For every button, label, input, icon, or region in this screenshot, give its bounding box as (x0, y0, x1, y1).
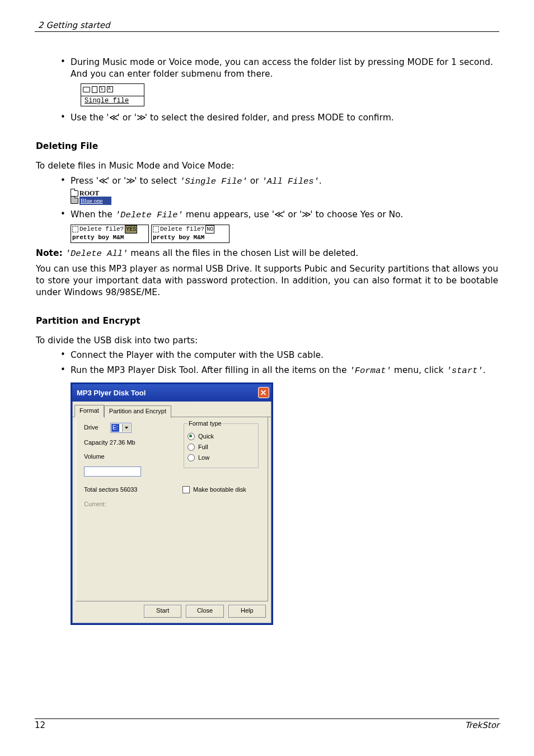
capacity-label: Capacity 27.36 Mb (84, 438, 179, 447)
bootable-checkbox[interactable] (182, 486, 190, 493)
song-name: pretty boy M&M (71, 234, 148, 242)
tab-format[interactable]: Format (74, 405, 104, 417)
volume-input[interactable] (84, 466, 141, 477)
lcd-root-list: ROOT Blue one (71, 190, 133, 204)
delete-prompt-yes: Delete file? YES pretty boy M&M (71, 225, 149, 243)
letter-a-icon (107, 86, 113, 92)
page-footer: 12 TrekStor (35, 718, 499, 730)
help-button[interactable]: Help (228, 605, 266, 618)
note-line: Note: 'Delete All' means all the files i… (36, 248, 498, 260)
dialog-buttons: Start Close Help (144, 605, 271, 623)
radio-quick-label: Quick (198, 432, 214, 441)
current-label: Current: (84, 500, 106, 508)
page-content: During Music mode or Voice mode, you can… (35, 32, 499, 625)
delete-prompt-no: Delete file? NO pretty boy M&M (151, 225, 229, 243)
drive-value: E: (111, 424, 119, 432)
dialog-title: MP3 Plyer Disk Tool (77, 388, 146, 398)
bullet-text: During Music mode or Voice mode, you can… (71, 57, 493, 79)
close-button[interactable]: Close (186, 605, 223, 618)
heading-deleting-file: Deleting File (36, 141, 498, 152)
paragraph-usb: You can use this MP3 player as normal US… (36, 263, 498, 298)
no-badge: NO (205, 225, 214, 234)
radio-full-label: Full (198, 443, 208, 451)
radio-low-label: Low (198, 454, 209, 462)
chevron-down-icon (125, 427, 128, 429)
radio-full[interactable] (188, 444, 195, 451)
folder-label-selected: Blue one (79, 197, 111, 205)
bullet-text: Use the '≪' or '≫' to select the desired… (71, 113, 394, 123)
document-icon (92, 86, 97, 93)
section-title: 2 Getting started (38, 20, 110, 30)
bullet-item: During Music mode or Voice mode, you can… (60, 57, 499, 106)
format-type-group: Format type Quick Full Low (184, 419, 259, 468)
lcd-text: Single file (81, 96, 144, 106)
disk-tool-dialog: MP3 Plyer Disk Tool Format Partition and… (71, 382, 273, 625)
paragraph: To divide the USB disk into two parts: (36, 335, 498, 347)
yes-badge: YES (125, 225, 137, 234)
letter-s-icon (99, 86, 105, 92)
song-name: pretty boy M&M (152, 234, 229, 242)
delete-prompt-pair: Delete file? YES pretty boy M&M Delete f… (71, 225, 499, 243)
bullet-item: Press '≪' or '≫' to select 'Single File'… (60, 175, 499, 204)
bullet-item: When the 'Delete File' menu appears, use… (60, 209, 499, 243)
tab-strip: Format Partition and Encrypt (72, 402, 271, 417)
bootable-label: Make bootable disk (193, 486, 246, 494)
bootable-row: Make bootable disk (182, 486, 246, 494)
file-icon (153, 226, 159, 232)
drive-label: Drive (84, 424, 99, 431)
heading-partition: Partition and Encrypt (36, 315, 498, 327)
file-icon (72, 226, 78, 232)
bullet-item: Run the MP3 Player Disk Tool. After fill… (60, 365, 499, 625)
folder-icon (83, 87, 90, 92)
bullet-item: Use the '≪' or '≫' to select the desired… (60, 112, 499, 124)
close-icon[interactable] (258, 387, 269, 398)
volume-label: Volume (84, 452, 179, 461)
drive-select[interactable]: E: (110, 423, 132, 433)
format-type-legend: Format type (188, 419, 223, 428)
start-button[interactable]: Start (144, 605, 181, 618)
dialog-titlebar[interactable]: MP3 Plyer Disk Tool (72, 384, 271, 402)
page-number: 12 (35, 720, 45, 730)
dialog-panel: Drive E: Capacity 27.36 Mb Volume (76, 417, 268, 601)
radio-low[interactable] (188, 454, 195, 461)
paragraph: To delete files in Music Mode and Voice … (36, 160, 498, 172)
tab-partition[interactable]: Partition and Encrypt (104, 405, 171, 418)
page-header: 2 Getting started (35, 20, 499, 32)
bullet-item: Connect the Player with the computer wit… (60, 349, 499, 361)
brand-name: TrekStor (465, 720, 499, 730)
total-sectors: Total sectors 56033 (84, 486, 137, 494)
lcd-single-file: Single file (81, 83, 144, 106)
folder-icon (71, 198, 78, 204)
radio-quick[interactable] (188, 433, 195, 440)
